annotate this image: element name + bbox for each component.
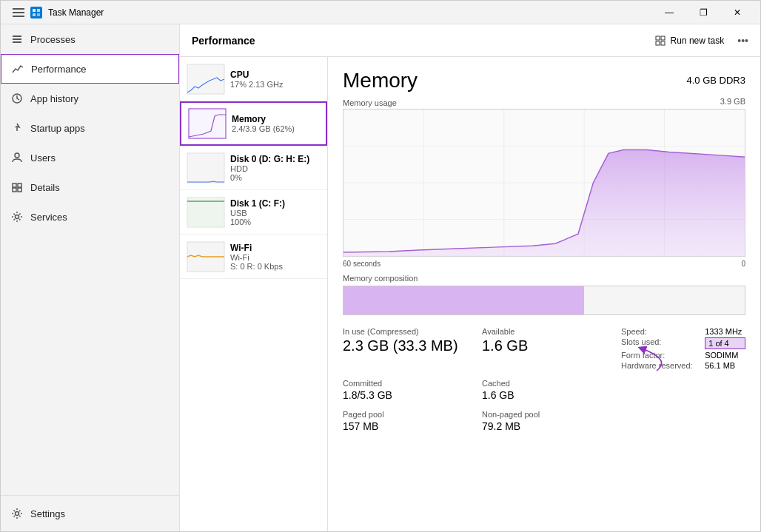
disk0-device-item[interactable]: Disk 0 (D: G: H: E:) HDD 0%	[180, 146, 327, 190]
paged-pool-stat: Paged pool 157 MB	[343, 410, 467, 432]
details-label: Details	[30, 182, 60, 193]
available-value: 1.6 GB	[482, 337, 606, 354]
speed-value: 1333 MHz	[705, 327, 745, 336]
in-use-stat: In use (Compressed) 2.3 GB (33.3 MB)	[343, 327, 467, 370]
cached-value: 1.6 GB	[482, 389, 606, 401]
sidebar-item-services[interactable]: Services	[1, 202, 179, 232]
chart-icon	[12, 63, 24, 75]
in-use-label: In use (Compressed)	[343, 327, 467, 336]
non-paged-pool-stat: Non-paged pool 79.2 MB	[482, 410, 606, 432]
disk1-device-item[interactable]: Disk 1 (C: F:) USB 100%	[180, 190, 327, 235]
disk0-info: Disk 0 (D: G: H: E:) HDD 0%	[230, 154, 320, 182]
window-controls: — ❐ ✕	[652, 1, 754, 24]
available-stat: Available 1.6 GB	[482, 327, 606, 370]
svg-rect-9	[13, 183, 16, 187]
cached-label: Cached	[482, 379, 606, 388]
memory-chart	[343, 109, 745, 257]
memory-detail-panel: Memory 4.0 GB DDR3 Memory usage 3.9 GB	[328, 57, 760, 531]
sidebar-item-performance[interactable]: Performance	[1, 54, 179, 84]
user-icon	[11, 152, 23, 164]
memory-device-item[interactable]: Memory 2.4/3.9 GB (62%)	[180, 101, 327, 146]
app-history-label: App history	[30, 93, 78, 104]
svg-point-8	[15, 153, 19, 158]
minimize-button[interactable]: —	[652, 1, 686, 24]
disk1-sub1: USB	[230, 209, 320, 218]
svg-rect-20	[189, 109, 226, 138]
memory-sub: 2.4/3.9 GB (62%)	[232, 124, 318, 133]
sidebar-item-processes[interactable]: Processes	[1, 24, 179, 54]
sidebar-item-details[interactable]: Details	[1, 172, 179, 202]
composition-available	[584, 286, 745, 314]
disk1-name: Disk 1 (C: F:)	[230, 198, 320, 209]
disk0-sub2: 0%	[230, 173, 320, 182]
svg-rect-5	[13, 38, 21, 40]
svg-point-14	[16, 512, 19, 516]
startup-apps-label: Startup apps	[30, 123, 85, 134]
close-button[interactable]: ✕	[720, 1, 754, 24]
users-label: Users	[30, 152, 56, 164]
svg-rect-2	[33, 13, 36, 16]
services-label: Services	[30, 212, 67, 223]
titlebar: Task Manager — ❐ ✕	[1, 1, 760, 24]
committed-stat: Committed 1.8/5.3 GB	[343, 379, 467, 401]
slots-value: 1 of 4	[705, 337, 745, 349]
svg-rect-12	[18, 188, 21, 192]
wifi-mini-chart	[187, 242, 224, 272]
empty-col	[621, 379, 745, 401]
performance-label: Performance	[31, 64, 86, 75]
sidebar: Processes Performance App history	[1, 24, 180, 531]
disk1-info: Disk 1 (C: F:) USB 100%	[230, 198, 320, 226]
cpu-name: CPU	[230, 70, 320, 80]
list-icon	[11, 33, 23, 45]
svg-point-13	[16, 215, 19, 219]
svg-rect-15	[656, 36, 660, 40]
svg-rect-17	[656, 41, 660, 45]
non-paged-pool-label: Non-paged pool	[482, 410, 606, 419]
svg-rect-6	[13, 41, 21, 43]
cpu-device-item[interactable]: CPU 17% 2.13 GHz	[180, 57, 327, 101]
empty-col-2	[621, 410, 745, 432]
maximize-button[interactable]: ❐	[686, 1, 720, 24]
speed-label: Speed:	[621, 327, 696, 336]
memory-usage-label: Memory usage	[343, 98, 745, 107]
app-icon	[30, 7, 42, 18]
composition-used	[343, 286, 584, 314]
run-new-task-button[interactable]: Run new task	[647, 32, 732, 50]
cpu-mini-chart	[187, 64, 224, 94]
wifi-device-item[interactable]: Wi-Fi Wi-Fi S: 0 R: 0 Kbps	[180, 235, 327, 279]
svg-rect-10	[18, 183, 21, 187]
sidebar-item-startup-apps[interactable]: Startup apps	[1, 113, 179, 143]
memory-name: Memory	[232, 114, 318, 124]
hamburger-menu[interactable]	[7, 2, 30, 23]
gear-icon	[11, 211, 23, 223]
more-options-button[interactable]: •••	[737, 35, 748, 47]
svg-rect-11	[13, 188, 16, 192]
slots-arrow	[597, 345, 686, 374]
sidebar-item-settings[interactable]: Settings	[1, 499, 179, 528]
sidebar-bottom: Settings	[1, 495, 179, 531]
stats-row-2: Committed 1.8/5.3 GB Cached 1.6 GB	[343, 379, 745, 401]
settings-label: Settings	[30, 508, 65, 519]
settings-icon	[11, 508, 23, 519]
memory-detail-type: 4.0 GB DDR3	[687, 69, 745, 86]
chart-min-label: 0	[741, 260, 745, 268]
chart-max-label: 3.9 GB	[720, 97, 745, 106]
svg-rect-18	[661, 41, 665, 45]
memory-detail-header: Memory 4.0 GB DDR3	[343, 69, 745, 92]
device-list: CPU 17% 2.13 GHz Memory 2.4/3.9 GB (62%)	[180, 57, 328, 531]
svg-rect-16	[661, 36, 665, 40]
disk0-sub1: HDD	[230, 164, 320, 173]
svg-rect-21	[187, 153, 224, 183]
panel-header: Performance Run new task •••	[180, 24, 760, 57]
sidebar-item-app-history[interactable]: App history	[1, 84, 179, 113]
disk0-name: Disk 0 (D: G: H: E:)	[230, 154, 320, 164]
wifi-sub1: Wi-Fi	[230, 253, 320, 262]
chart-footer: 60 seconds 0	[343, 260, 745, 268]
details-icon	[11, 181, 23, 193]
panel-actions: Run new task •••	[647, 32, 748, 50]
window-title: Task Manager	[48, 7, 652, 18]
committed-label: Committed	[343, 379, 467, 388]
stats-row-3: Paged pool 157 MB Non-paged pool 79.2 MB	[343, 410, 745, 432]
main-content: Processes Performance App history	[1, 24, 760, 531]
sidebar-item-users[interactable]: Users	[1, 143, 179, 172]
